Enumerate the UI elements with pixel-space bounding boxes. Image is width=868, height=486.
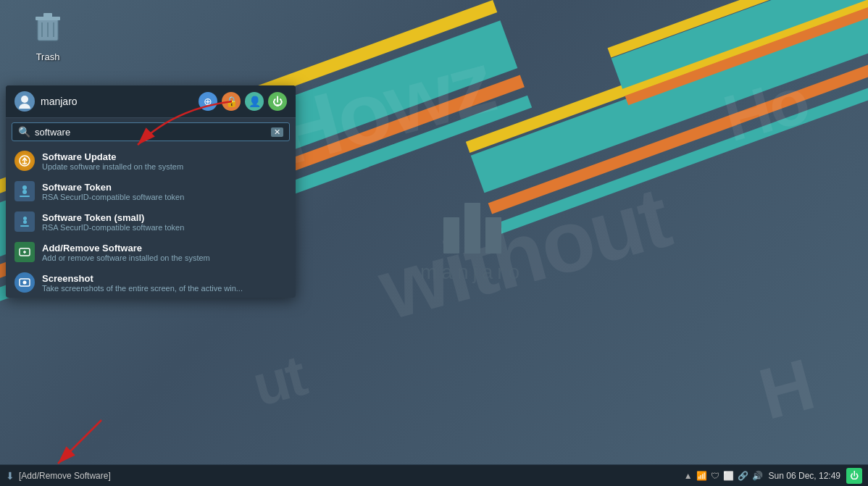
software-update-text: Software Update Update software installe… [42, 151, 287, 171]
software-token-small-title: Software Token (small) [42, 212, 287, 223]
screenshot-desc: Take screenshots of the entire screen, o… [42, 284, 287, 293]
add-remove-software-title: Add/Remove Software [42, 243, 287, 254]
menu-header-icons: ⊕ 🔒 👤 ⏻ [199, 92, 287, 111]
result-software-update[interactable]: Software Update Update software installe… [6, 146, 296, 176]
tray-network-icon[interactable]: 📶 [696, 471, 707, 481]
svg-point-30 [23, 281, 27, 285]
search-clear-button[interactable]: ✕ [271, 127, 283, 137]
tray-sound-icon[interactable]: 🔊 [752, 471, 763, 481]
result-software-token[interactable]: Software Token RSA SecurID-compatible so… [6, 176, 296, 206]
taskbar: ⬇ [Add/Remove Software] ▲ 📶 🛡 ⬜ 🔗 🔊 Sun … [0, 464, 868, 486]
svg-rect-16 [43, 13, 52, 17]
tray-shield-icon[interactable]: 🛡 [711, 471, 719, 481]
tray-bluetooth-icon[interactable]: 🔗 [738, 471, 748, 481]
trash-label: Trash [36, 51, 60, 62]
menu-username: manjaro [41, 96, 193, 107]
taskbar-app-label[interactable]: [Add/Remove Software] [19, 471, 111, 481]
network-button[interactable]: ⊕ [199, 92, 217, 111]
software-token-text: Software Token RSA SecurID-compatible so… [42, 182, 287, 201]
menu-header: manjaro ⊕ 🔒 👤 ⏻ [6, 85, 296, 118]
user-button[interactable]: 👤 [245, 92, 264, 111]
add-remove-software-icon [14, 242, 35, 262]
screenshot-icon [14, 272, 35, 293]
software-update-title: Software Update [42, 151, 287, 162]
result-add-remove-software[interactable]: Add/Remove Software Add or remove softwa… [6, 237, 296, 267]
search-icon: 🔍 [18, 126, 30, 138]
taskbar-power-button[interactable]: ⏻ [846, 468, 862, 484]
taskbar-clock: Sun 06 Dec, 12:49 [769, 471, 840, 481]
software-update-icon [14, 151, 35, 171]
result-screenshot[interactable]: Screenshot Take screenshots of the entir… [6, 267, 296, 298]
lock-button[interactable]: 🔒 [222, 92, 241, 111]
svg-point-23 [19, 104, 30, 109]
manjaro-logo: manjaro [420, 203, 524, 284]
software-token-desc: RSA SecurID-compatible software token [42, 193, 287, 201]
svg-rect-11 [443, 217, 459, 254]
trash-icon[interactable]: Trash [26, 13, 70, 62]
result-software-token-small[interactable]: Software Token (small) RSA SecurID-compa… [6, 206, 296, 237]
svg-rect-12 [464, 203, 480, 254]
app-menu: manjaro ⊕ 🔒 👤 ⏻ 🔍 ✕ [6, 85, 296, 298]
add-remove-software-desc: Add or remove software installed on the … [42, 254, 287, 262]
software-token-title: Software Token [42, 182, 287, 193]
tray-window-icon[interactable]: ⬜ [723, 471, 734, 481]
user-avatar [14, 91, 35, 112]
svg-rect-5 [466, 0, 868, 153]
desktop: Howz without Ho ut H manjaro Trash [0, 0, 868, 486]
svg-point-22 [21, 96, 28, 103]
search-box[interactable]: 🔍 ✕ [12, 122, 290, 141]
svg-rect-13 [485, 217, 501, 254]
screenshot-title: Screenshot [42, 273, 287, 284]
software-token-icon [14, 181, 35, 201]
software-token-small-desc: RSA SecurID-compatible software token [42, 223, 287, 232]
power-button[interactable]: ⏻ [268, 92, 287, 111]
search-input[interactable] [35, 127, 271, 138]
results-list: Software Update Update software installe… [6, 146, 296, 298]
manjaro-logo-icon [443, 203, 501, 254]
tray-chevron-icon[interactable]: ▲ [684, 471, 693, 481]
software-token-small-icon [14, 211, 35, 232]
screenshot-text: Screenshot Take screenshots of the entir… [42, 273, 287, 293]
software-update-desc: Update software installed on the system [42, 162, 287, 171]
taskbar-tray-icons: ▲ 📶 🛡 ⬜ 🔗 🔊 [684, 471, 763, 481]
add-remove-software-text: Add/Remove Software Add or remove softwa… [42, 243, 287, 262]
taskbar-right: ▲ 📶 🛡 ⬜ 🔗 🔊 Sun 06 Dec, 12:49 ⏻ [684, 468, 862, 484]
trash-icon-image [35, 13, 61, 49]
taskbar-app-icon: ⬇ [6, 470, 14, 482]
software-token-small-text: Software Token (small) RSA SecurID-compa… [42, 212, 287, 232]
manjaro-logo-text: manjaro [420, 261, 524, 284]
taskbar-left: ⬇ [Add/Remove Software] [6, 470, 684, 482]
